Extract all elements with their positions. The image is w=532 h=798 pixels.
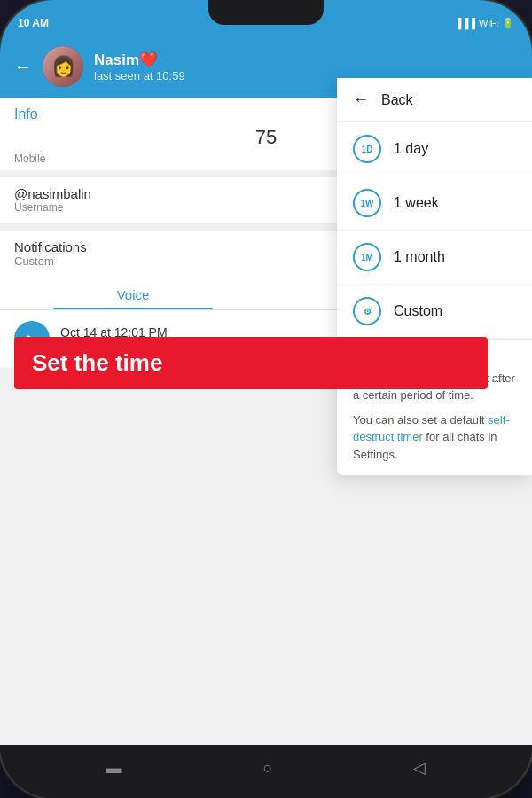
screen: ← 👩 Nasim❤️ last seen at 10:59 Info 75 M… — [0, 39, 532, 745]
dropdown-overlay: ← Back 1D 1 day 1W 1 week — [0, 39, 532, 745]
1week-icon: 1W — [353, 189, 381, 217]
1month-label: 1 month — [394, 249, 445, 265]
status-time: 10 AM — [18, 17, 49, 29]
menu-item-custom[interactable]: ⚙ Custom — [337, 285, 532, 339]
1day-label: 1 day — [394, 141, 428, 157]
set-time-label: Set the time — [32, 349, 162, 376]
set-time-banner[interactable]: Set the time — [14, 337, 488, 389]
1month-icon: 1M — [353, 243, 381, 271]
dropdown-menu: ← Back 1D 1 day 1W 1 week — [337, 78, 532, 475]
home-icon[interactable]: ▬ — [106, 759, 122, 778]
1week-label: 1 week — [394, 195, 439, 211]
notch — [208, 0, 324, 25]
tooltip-link-text: You can also set a default self-destruct… — [353, 411, 516, 464]
custom-label: Custom — [394, 303, 442, 319]
custom-icon-text: ⚙ — [364, 307, 372, 317]
home-circle-icon[interactable]: ○ — [263, 759, 273, 778]
signal-icon: ▐▐▐ — [455, 18, 475, 28]
1month-icon-text: 1M — [361, 253, 373, 262]
menu-item-1week[interactable]: 1W 1 week — [337, 176, 532, 231]
back-nav-icon[interactable]: ◁ — [413, 758, 426, 778]
1day-icon: 1D — [353, 135, 381, 163]
1week-icon-text: 1W — [361, 199, 374, 208]
battery-icon: 🔋 — [502, 18, 514, 29]
back-arrow-icon: ← — [353, 90, 369, 109]
phone-frame: 10 AM ▐▐▐ WiFi 🔋 ← 👩 Nasim❤️ last seen a… — [0, 0, 532, 798]
custom-icon: ⚙ — [353, 297, 381, 325]
menu-item-1day[interactable]: 1D 1 day — [337, 122, 532, 176]
tooltip-link-prefix: You can also set a default — [353, 413, 488, 426]
menu-back-item[interactable]: ← Back — [337, 78, 532, 122]
back-label: Back — [381, 92, 413, 108]
wifi-icon: WiFi — [479, 18, 498, 28]
1day-icon-text: 1D — [362, 145, 373, 154]
status-icons: ▐▐▐ WiFi 🔋 — [455, 18, 514, 29]
menu-item-1month[interactable]: 1M 1 month — [337, 231, 532, 285]
bottom-bar: ▬ ○ ◁ — [0, 745, 532, 798]
